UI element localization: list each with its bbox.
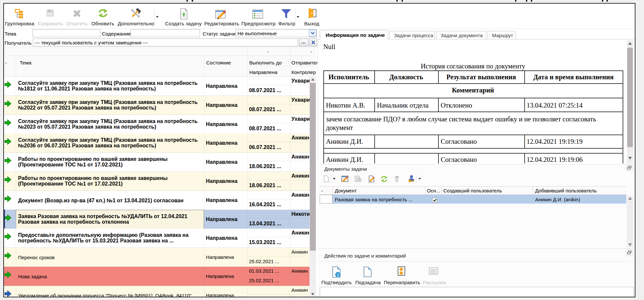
svg-text:i: i — [337, 272, 339, 277]
